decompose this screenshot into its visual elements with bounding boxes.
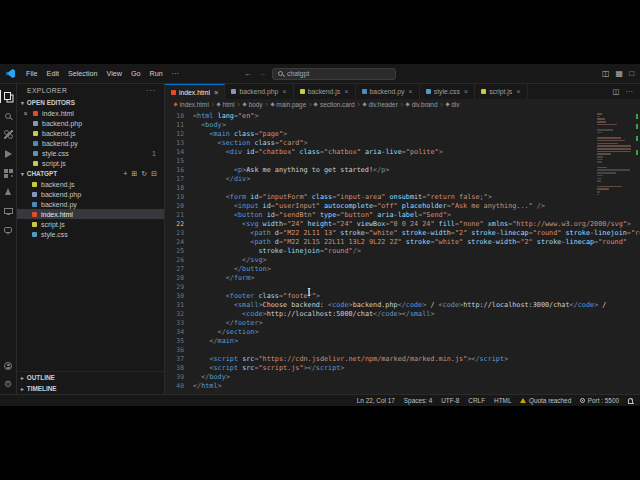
breadcrumb-item[interactable]: index.html — [174, 101, 209, 108]
tree-item[interactable]: script.js — [17, 219, 164, 229]
code-line[interactable]: <main class="page"> — [193, 130, 640, 139]
tree-item[interactable]: backend.php — [17, 189, 164, 199]
tree-item[interactable]: style.css — [17, 229, 164, 239]
layout-toggle-icon[interactable]: □ — [629, 69, 634, 78]
code-line[interactable] — [193, 157, 640, 166]
timeline-header[interactable]: ▸ TIMELINE — [17, 383, 164, 394]
breadcrumb-item[interactable]: div — [446, 101, 460, 108]
tab-backend.js[interactable]: backend.js× — [294, 84, 356, 99]
open-editor-item[interactable]: backend.php — [17, 118, 164, 128]
more-actions-icon[interactable]: ··· — [146, 87, 156, 94]
tab-backend.py[interactable]: backend.py× — [356, 84, 420, 99]
close-icon[interactable]: × — [282, 87, 286, 96]
status-spaces-4[interactable]: Spaces: 4 — [404, 397, 432, 404]
code-line[interactable]: </footer> — [193, 319, 640, 328]
open-editor-item[interactable]: backend.py — [17, 138, 164, 148]
code-line[interactable]: <input id="userInput" autocomplete="off"… — [193, 202, 640, 211]
code-line[interactable]: </html> — [193, 382, 640, 391]
status-port-5500[interactable]: Port : 5500 — [580, 397, 619, 404]
code-line[interactable]: </section> — [193, 328, 640, 337]
account-icon[interactable] — [0, 356, 17, 375]
close-icon[interactable]: × — [516, 87, 520, 96]
layout-toggle-icon[interactable]: ▦ — [616, 69, 624, 78]
forward-icon[interactable]: → — [258, 70, 266, 78]
open-editor-item[interactable]: script.js — [17, 158, 164, 168]
extensions-icon[interactable] — [0, 163, 17, 182]
outline-header[interactable]: ▸ OUTLINE — [17, 372, 164, 383]
folder-action-icon[interactable]: + — [123, 170, 127, 178]
explorer-icon[interactable] — [0, 87, 17, 106]
open-editor-item[interactable]: ×index.html — [17, 108, 164, 118]
close-icon[interactable]: × — [464, 87, 468, 96]
code-line[interactable]: <section class="card"> — [193, 139, 640, 148]
code-line[interactable] — [193, 346, 640, 355]
tab-backend.php[interactable]: backend.php× — [225, 84, 293, 99]
tree-item[interactable]: index.html — [17, 209, 164, 219]
layout-toggle-icon[interactable]: ◫ — [602, 69, 610, 78]
menu-item[interactable]: Selection — [64, 68, 102, 79]
code-line[interactable]: </main> — [193, 337, 640, 346]
code-line[interactable]: <button id="sendBtn" type="button" aria-… — [193, 211, 640, 220]
run-debug-icon[interactable] — [0, 144, 17, 163]
status-crlf[interactable]: CRLF — [468, 397, 485, 404]
bell-icon[interactable] — [628, 398, 633, 403]
menu-item[interactable]: File — [22, 68, 42, 79]
source-control-icon[interactable] — [0, 125, 17, 144]
code-line[interactable]: <p>Ask me anything to get started!</p> — [193, 166, 640, 175]
menu-item[interactable]: Run — [146, 68, 167, 79]
code-line[interactable]: <script src="https://cdn.jsdelivr.net/np… — [193, 355, 640, 364]
editor-action-icon[interactable]: ··· — [626, 87, 634, 96]
tab-index.html[interactable]: index.html× — [165, 84, 225, 99]
code-line[interactable]: <footer class="footer"> — [193, 292, 640, 301]
breadcrumb-item[interactable]: div.header — [363, 101, 398, 108]
breadcrumb-item[interactable]: main.page — [271, 101, 307, 108]
command-center-search[interactable]: chatgpt — [272, 68, 396, 80]
code-line[interactable]: <svg width="24" height="24" viewBox="0 0… — [193, 220, 640, 229]
code-line[interactable]: <script src="script.js"></script> — [193, 364, 640, 373]
chat-icon[interactable] — [0, 220, 17, 239]
open-editors-header[interactable]: ▾ OPEN EDITORS — [17, 97, 164, 108]
menu-item[interactable]: View — [103, 68, 126, 79]
minimap[interactable] — [597, 113, 631, 195]
close-icon[interactable]: × — [344, 87, 348, 96]
back-icon[interactable]: ← — [244, 70, 252, 78]
code-line[interactable]: stroke-linejoin="round"/> — [193, 247, 640, 256]
code-line[interactable]: </svg> — [193, 256, 640, 265]
code-line[interactable]: <code>http://localhost:5000/chat</code><… — [193, 310, 640, 319]
code-line[interactable]: </div> — [193, 175, 640, 184]
breadcrumb-item[interactable]: body — [243, 101, 263, 108]
code-line[interactable]: <html lang="en"> — [193, 112, 640, 121]
breadcrumb-item[interactable]: html — [217, 101, 235, 108]
editor-action-icon[interactable]: ◫ — [612, 87, 619, 96]
open-editor-item[interactable]: style.css1 — [17, 148, 164, 158]
menu-item[interactable]: Go — [127, 68, 145, 79]
breadcrumb-item[interactable]: div.brand — [406, 101, 438, 108]
code-line[interactable]: </form> — [193, 274, 640, 283]
folder-action-icon[interactable]: ⊞ — [131, 170, 137, 178]
tab-script.js[interactable]: script.js× — [475, 84, 527, 99]
folder-header[interactable]: ▾ CHATGPT +⊞↻⊟ — [17, 168, 164, 179]
close-icon[interactable]: × — [408, 87, 412, 96]
code-line[interactable]: <div id="chatbox" class="chatbox" aria-l… — [193, 148, 640, 157]
menu-item[interactable]: Edit — [43, 68, 63, 79]
tree-item[interactable]: backend.py — [17, 199, 164, 209]
breadcrumb-item[interactable]: section.card — [314, 101, 354, 108]
code-line[interactable]: </button> — [193, 265, 640, 274]
tab-style.css[interactable]: style.css× — [420, 84, 475, 99]
folder-action-icon[interactable]: ⊟ — [151, 170, 157, 178]
code-line[interactable] — [193, 283, 640, 292]
code-line[interactable] — [193, 184, 640, 193]
testing-icon[interactable] — [0, 182, 17, 201]
close-icon[interactable]: × — [214, 88, 218, 97]
settings-icon[interactable]: ⚙ — [0, 375, 17, 394]
status-quota-reached[interactable]: Quota reached — [520, 397, 571, 404]
code-line[interactable]: <small>Choose backend: <code>backend.php… — [193, 301, 640, 310]
remote-explorer-icon[interactable] — [0, 201, 17, 220]
folder-action-icon[interactable]: ↻ — [141, 170, 147, 178]
code-line[interactable]: <path d="M22 2L15 22L11 13L2 9L22 2Z" st… — [193, 238, 640, 247]
status-html[interactable]: HTML — [494, 397, 511, 404]
close-icon[interactable]: × — [22, 110, 29, 117]
status-utf-8[interactable]: UTF-8 — [441, 397, 459, 404]
open-editor-item[interactable]: backend.js — [17, 128, 164, 138]
menu-item[interactable]: ··· — [168, 68, 183, 79]
